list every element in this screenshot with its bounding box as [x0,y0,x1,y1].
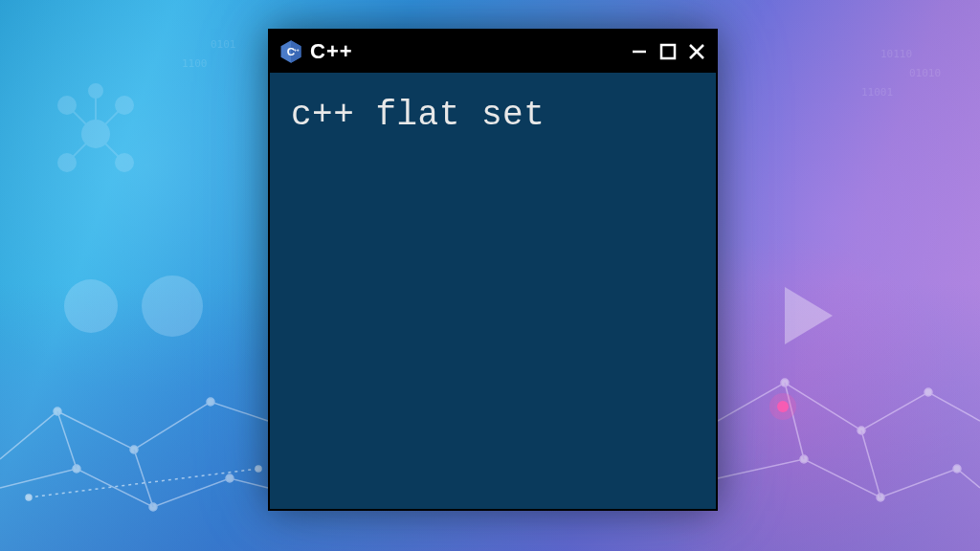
svg-point-23 [256,466,261,472]
window-title: C++ [310,39,624,64]
svg-point-11 [64,279,118,333]
svg-text:1100: 1100 [182,57,208,70]
maximize-icon[interactable] [658,42,678,61]
titlebar[interactable]: C ++ C++ [270,31,716,73]
svg-point-18 [226,474,234,482]
svg-text:0101: 0101 [211,38,236,51]
svg-line-8 [67,134,96,163]
svg-point-22 [26,495,32,500]
svg-line-21 [29,469,258,497]
svg-text:10110: 10110 [880,48,912,60]
svg-line-9 [96,134,124,163]
svg-text:01010: 01010 [909,67,941,79]
window-body: c++ flat set [270,73,716,509]
close-icon[interactable] [687,42,706,61]
content-text: c++ flat set [291,96,695,135]
svg-line-31 [861,430,880,497]
cpp-logo-icon: C ++ [278,38,304,65]
svg-rect-44 [661,45,675,58]
window-controls [630,42,706,61]
svg-text:11001: 11001 [861,86,893,99]
terminal-window: C ++ C++ c++ flat set [268,29,718,511]
svg-point-33 [769,393,796,420]
svg-point-15 [207,398,214,406]
svg-line-6 [67,105,96,134]
svg-point-12 [142,276,203,337]
svg-line-7 [96,105,124,134]
svg-point-26 [924,388,932,396]
svg-text:++: ++ [294,48,300,53]
minimize-icon[interactable] [630,42,649,61]
svg-point-29 [953,465,961,473]
